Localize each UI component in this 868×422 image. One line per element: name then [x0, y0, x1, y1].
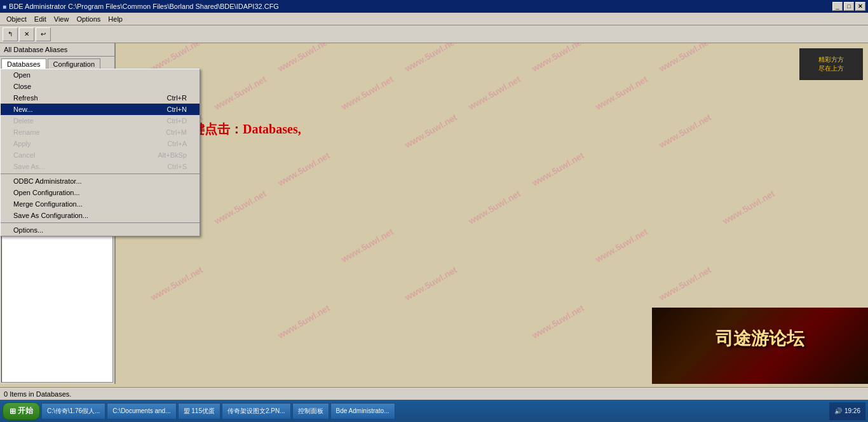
status-bar: 0 Items in Databases.	[0, 387, 868, 400]
taskbar-item-1-label: C:\Documents and...	[112, 407, 170, 414]
watermark-23: www.5uwl.net	[276, 303, 332, 341]
ctx-cancel-label: Cancel	[13, 151, 35, 159]
ctx-delete-label: Delete	[13, 117, 34, 125]
top-right-banner: 精彩方方 尽在上方	[799, 48, 863, 80]
ctx-apply-label: Apply	[13, 140, 31, 147]
watermark-4: www.5uwl.net	[530, 43, 586, 74]
ctx-rename-shortcut: Ctrl+M	[166, 128, 187, 136]
ctx-merge-config[interactable]: Merge Configuration...	[1, 198, 200, 210]
ctx-delete: Delete Ctrl+D	[1, 115, 200, 126]
taskbar-item-5[interactable]: Bde Administrato...	[330, 403, 395, 419]
watermark-15: www.5uwl.net	[212, 188, 268, 226]
watermark-3: www.5uwl.net	[403, 43, 459, 74]
context-menu: Open Close Refresh Ctrl+R New... Ctrl+N …	[0, 69, 200, 236]
close-button[interactable]: ✕	[855, 2, 865, 11]
watermark-11: www.5uwl.net	[403, 112, 459, 150]
ctx-save-as-config[interactable]: Save As Configuration...	[1, 210, 200, 221]
ctx-close[interactable]: Close	[1, 81, 200, 92]
ctx-open[interactable]: Open	[1, 69, 200, 81]
menu-options[interactable]: Options	[72, 14, 104, 24]
menu-edit[interactable]: Edit	[31, 14, 50, 24]
ctx-odbc-admin-label: ODBC Administrator...	[13, 177, 82, 185]
all-database-aliases-label: All Database Aliases	[0, 43, 114, 57]
status-text: 0 Items in Databases.	[4, 390, 71, 398]
ctx-options-label: Options...	[13, 226, 43, 234]
menu-bar: Object Edit View Options Help	[0, 13, 868, 25]
watermark-9: www.5uwl.net	[593, 74, 649, 112]
game-banner: 司途游论坛	[652, 308, 868, 384]
watermark-8: www.5uwl.net	[466, 74, 522, 112]
right-panel: www.5uwl.net www.5uwl.net www.5uwl.net w…	[116, 43, 868, 384]
maximize-button[interactable]: □	[844, 2, 854, 11]
taskbar-item-1[interactable]: C:\Documents and...	[107, 403, 176, 419]
banner-line1: 精彩方方	[818, 55, 844, 64]
menu-object[interactable]: Object	[3, 14, 31, 24]
title-bar-controls: _ □ ✕	[832, 2, 865, 11]
toolbar-close-button[interactable]: ✕	[19, 27, 34, 41]
start-icon: ⊞	[10, 407, 16, 416]
banner-line2: 尽在上方	[818, 64, 844, 73]
taskbar-item-3-label: 传奇架设图文2.PN...	[227, 407, 285, 416]
title-bar-title: BDE Administrator C:\Program Files\Commo…	[9, 3, 279, 10]
minimize-button[interactable]: _	[832, 2, 843, 11]
tabs: Databases Configuration	[0, 57, 114, 70]
ctx-separator-2	[1, 222, 200, 223]
ctx-delete-shortcut: Ctrl+D	[167, 117, 187, 125]
taskbar-item-0-label: C:\传奇\1.76假人...	[47, 407, 100, 416]
ctx-close-label: Close	[13, 83, 31, 90]
ctx-cancel-shortcut: Alt+BkSp	[158, 151, 187, 159]
watermark-17: www.5uwl.net	[721, 188, 776, 226]
start-button[interactable]: ⊞ 开始	[3, 402, 40, 420]
watermark-7: www.5uwl.net	[339, 74, 395, 112]
ctx-cancel: Cancel Alt+BkSp	[1, 149, 200, 161]
taskbar-item-5-label: Bde Administrato...	[336, 407, 390, 414]
app-icon: ■	[3, 3, 6, 10]
ctx-apply: Apply Ctrl+A	[1, 138, 200, 149]
ctx-refresh-shortcut: Ctrl+R	[167, 94, 187, 102]
ctx-merge-config-label: Merge Configuration...	[13, 200, 83, 208]
watermark-24: www.5uwl.net	[530, 303, 586, 341]
ctx-refresh[interactable]: Refresh Ctrl+R	[1, 92, 200, 104]
ctx-open-label: Open	[13, 71, 31, 79]
taskbar-item-3[interactable]: 传奇架设图文2.PN...	[222, 403, 291, 419]
ctx-new-label: New...	[13, 106, 33, 113]
ctx-open-config[interactable]: Open Configuration...	[1, 187, 200, 198]
watermark-14: www.5uwl.net	[530, 150, 586, 188]
watermark-19: www.5uwl.net	[593, 226, 649, 264]
watermark-6: www.5uwl.net	[212, 74, 268, 112]
taskbar-icons: 🔊	[834, 407, 842, 414]
taskbar-item-4[interactable]: 控制面板	[292, 403, 329, 419]
title-bar: ■ BDE Administrator C:\Program Files\Com…	[0, 0, 868, 13]
watermark-21: www.5uwl.net	[403, 264, 459, 303]
menu-help[interactable]: Help	[104, 14, 126, 24]
ctx-save-as-config-label: Save As Configuration...	[13, 212, 88, 219]
start-label: 开始	[18, 405, 33, 416]
toolbar-refresh-button[interactable]: ↩	[36, 27, 51, 41]
game-title: 司途游论坛	[652, 308, 868, 351]
title-bar-left: ■ BDE Administrator C:\Program Files\Com…	[3, 3, 279, 10]
ctx-new[interactable]: New... Ctrl+N	[1, 104, 200, 115]
watermark-2: www.5uwl.net	[276, 43, 332, 74]
taskbar: ⊞ 开始 C:\传奇\1.76假人... C:\Documents and...…	[0, 400, 868, 422]
watermark-18: www.5uwl.net	[339, 226, 395, 264]
ctx-refresh-label: Refresh	[13, 94, 38, 102]
ctx-separator-1	[1, 174, 200, 174]
watermark-12: www.5uwl.net	[657, 112, 713, 150]
ctx-odbc-admin[interactable]: ODBC Administrator...	[1, 175, 200, 187]
ctx-save-as: Save As... Ctrl+S	[1, 161, 200, 172]
ctx-options[interactable]: Options...	[1, 224, 200, 236]
ctx-open-config-label: Open Configuration...	[13, 189, 80, 196]
watermark-5: www.5uwl.net	[657, 43, 713, 74]
taskbar-item-0[interactable]: C:\传奇\1.76假人...	[41, 403, 105, 419]
watermark-22: www.5uwl.net	[657, 264, 713, 303]
watermark-16: www.5uwl.net	[466, 188, 522, 226]
toolbar: ↰ ✕ ↩	[0, 25, 868, 43]
toolbar-back-button[interactable]: ↰	[3, 27, 18, 41]
ctx-save-as-shortcut: Ctrl+S	[167, 163, 187, 170]
taskbar-item-2[interactable]: 盟 115优蛋	[178, 403, 220, 419]
watermark-20: www.5uwl.net	[149, 264, 205, 303]
clock-display: 19:26	[844, 407, 860, 414]
ctx-rename-label: Rename	[13, 128, 40, 136]
menu-view[interactable]: View	[50, 14, 73, 24]
ctx-save-as-label: Save As...	[13, 163, 45, 170]
